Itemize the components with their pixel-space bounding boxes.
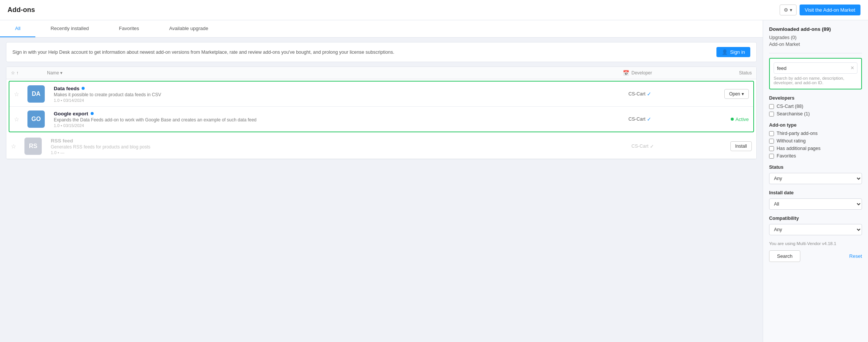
user-icon: 👤	[722, 49, 728, 55]
table-row[interactable]: ☆ GO Google export Expand	[9, 107, 753, 132]
has-additional-pages-label: Has additional pages	[777, 146, 821, 151]
install-date-filter-title: Install date	[769, 190, 862, 195]
favorites-filter-label: Favorites	[777, 153, 796, 159]
search-hint: Search by add-on name, description, deve…	[774, 76, 857, 85]
sidebar-downloaded-title: Downloaded add-ons (89)	[769, 26, 862, 32]
table-row[interactable]: ☆ RS RSS feed Generates RSS feeds for pr…	[6, 134, 756, 159]
sign-in-button[interactable]: 👤 Sign in	[716, 47, 750, 57]
active-dot	[82, 87, 85, 90]
sidebar-reset-button[interactable]: Reset	[849, 253, 862, 259]
developer-searchanise-label: Searchanise (1)	[777, 111, 810, 117]
sidebar-addon-market-link[interactable]: Add-on Market	[769, 42, 862, 47]
status-cell: Active	[704, 117, 749, 122]
active-status-dot	[731, 118, 734, 121]
compatibility-select[interactable]: Any Compatible Not compatible	[769, 224, 862, 235]
compatibility-filter: Compatibility Any Compatible Not compati…	[769, 216, 862, 235]
icon-cell: RS	[24, 138, 47, 155]
without-rating-checkbox[interactable]	[769, 139, 774, 144]
status-filter-title: Status	[769, 165, 862, 170]
addon-description: Makes it possible to create product data…	[54, 92, 617, 97]
icon-cell: GO	[27, 110, 50, 128]
col-header-status: Status	[707, 70, 752, 76]
status-active-badge: Active	[731, 117, 749, 122]
sidebar-search-button[interactable]: Search	[769, 250, 800, 262]
table-header-row: ☆ ↑ Name ▾ 📅 Developer Status	[6, 67, 756, 79]
status-cell: Install	[707, 141, 752, 151]
divider	[769, 53, 862, 53]
install-date-select[interactable]: All Today Last 7 days Last 30 days	[769, 198, 862, 210]
developer-cell: CS-Cart ✓	[628, 116, 704, 122]
sidebar-upgrades-link[interactable]: Upgrades (0)	[769, 35, 862, 40]
sidebar-downloaded-section: Downloaded add-ons (89) Upgrades (0) Add…	[769, 26, 862, 47]
sign-in-message: Sign in with your Help Desk account to g…	[12, 50, 394, 55]
active-dot	[91, 112, 94, 115]
icon-cell: DA	[27, 85, 50, 103]
search-clear-button[interactable]: ×	[851, 65, 854, 71]
developer-cscart-label: CS-Cart (88)	[777, 104, 803, 109]
favorites-checkbox[interactable]	[769, 154, 774, 159]
gear-dropdown-icon: ▾	[790, 7, 792, 13]
favorite-star-button[interactable]: ☆	[14, 116, 19, 123]
sidebar-actions: Search Reset	[769, 250, 862, 262]
without-rating-label: Without rating	[777, 138, 806, 144]
col-header-developer: Developer	[631, 70, 707, 76]
addon-icon: RS	[24, 138, 42, 155]
page-wrapper: Add-ons ⚙ ▾ Visit the Add-on Market All …	[0, 0, 868, 342]
tab-available-upgrade[interactable]: Available upgrade	[154, 20, 223, 37]
compatibility-filter-title: Compatibility	[769, 216, 862, 221]
sign-in-bar: Sign in with your Help Desk account to g…	[6, 42, 757, 62]
has-additional-pages-checkbox[interactable]	[769, 146, 774, 151]
page-title: Add-ons	[8, 6, 35, 14]
tab-recently-installed[interactable]: Recently installed	[35, 20, 104, 37]
sort-icon: ▾	[60, 70, 62, 76]
favorite-star-button[interactable]: ☆	[14, 91, 19, 98]
visit-market-button[interactable]: Visit the Add-on Market	[800, 5, 860, 15]
calendar-icon: 📅	[623, 70, 629, 76]
main-panel: All Recently installed Favorites Availab…	[0, 20, 763, 342]
third-party-checkbox-row[interactable]: Third-party add-ons	[769, 131, 862, 136]
addon-description: Generates RSS feeds for products and blo…	[51, 144, 620, 150]
developer-searchanise-checkbox-row[interactable]: Searchanise (1)	[769, 111, 862, 117]
addon-name: Google export	[54, 111, 617, 117]
star-sort-icon: ☆ ↑	[11, 70, 18, 76]
addon-type-filter-title: Add-on type	[769, 123, 862, 128]
without-rating-checkbox-row[interactable]: Without rating	[769, 138, 862, 144]
addon-meta: 1.0 • —	[51, 150, 620, 155]
has-additional-pages-checkbox-row[interactable]: Has additional pages	[769, 146, 862, 151]
tab-favorites[interactable]: Favorites	[104, 20, 154, 37]
table-row[interactable]: ☆ DA Data feeds Makes it	[9, 82, 753, 107]
developer-searchanise-checkbox[interactable]	[769, 112, 774, 117]
install-button[interactable]: Install	[730, 141, 752, 151]
sidebar: Downloaded add-ons (89) Upgrades (0) Add…	[763, 20, 868, 342]
favorite-star-button[interactable]: ☆	[11, 143, 16, 150]
addon-name: RSS feed	[51, 138, 620, 144]
content-area: All Recently installed Favorites Availab…	[0, 20, 868, 342]
addons-table: ☆ ↑ Name ▾ 📅 Developer Status	[6, 67, 757, 159]
status-filter: Status Any Active Disabled Not installed	[769, 165, 862, 184]
developer-cell: CS-Cart ✓	[631, 144, 707, 149]
gear-button[interactable]: ⚙ ▾	[780, 5, 797, 15]
addon-info-cell: Google export Expands the Data Feeds add…	[50, 111, 617, 128]
open-button[interactable]: Open ▾	[724, 89, 749, 99]
col-header-name[interactable]: Name ▾	[47, 70, 620, 76]
tab-all[interactable]: All	[0, 20, 35, 37]
addon-icon: DA	[27, 85, 45, 103]
search-box-container: × Search by add-on name, description, de…	[769, 58, 862, 89]
addon-type-filter: Add-on type Third-party add-ons Without …	[769, 123, 862, 159]
verified-check-icon: ✓	[647, 116, 651, 122]
addon-meta: 1.0 • 03/15/2024	[54, 123, 617, 128]
favorites-checkbox-row[interactable]: Favorites	[769, 153, 862, 159]
col-header-star: ☆ ↑	[11, 70, 24, 76]
search-input[interactable]	[777, 65, 851, 71]
third-party-checkbox[interactable]	[769, 131, 774, 136]
active-status-label: Active	[736, 117, 749, 122]
col-header-calendar: 📅	[620, 70, 631, 76]
developers-filter-title: Developers	[769, 95, 862, 101]
search-input-row: ×	[774, 62, 857, 74]
status-select[interactable]: Any Active Disabled Not installed	[769, 173, 862, 184]
developer-cscart-checkbox[interactable]	[769, 104, 774, 109]
addon-description: Expands the Data Feeds add-on to work wi…	[54, 117, 617, 123]
developers-filter: Developers CS-Cart (88) Searchanise (1)	[769, 95, 862, 117]
developer-cscart-checkbox-row[interactable]: CS-Cart (88)	[769, 104, 862, 109]
addon-meta: 1.0 • 03/14/2024	[54, 98, 617, 103]
